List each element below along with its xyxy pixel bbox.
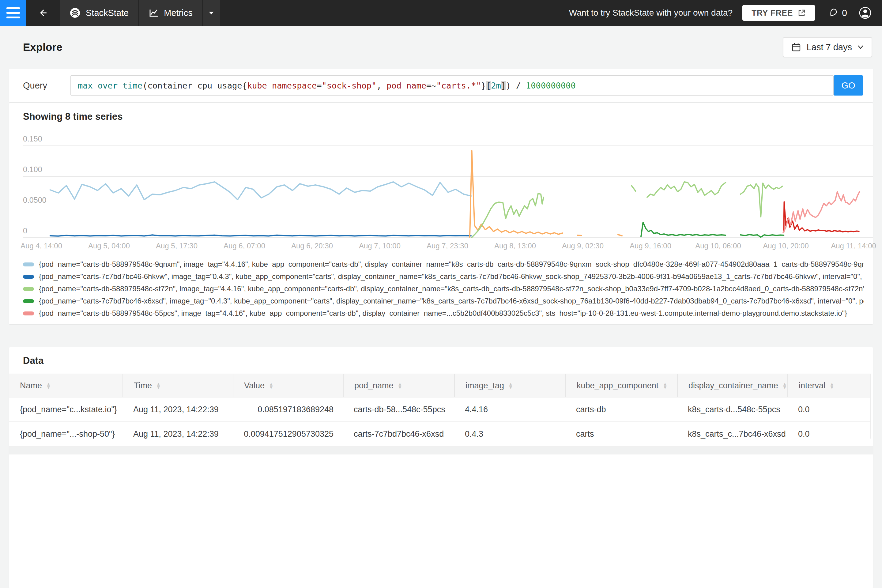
sort-icon: ▲▼ <box>398 382 402 389</box>
query-label: Query <box>23 81 70 91</box>
column-header-name[interactable]: Name▲▼ <box>9 374 123 397</box>
table-cell: {pod_name="...-shop-50"} <box>9 429 123 439</box>
sort-icon: ▲▼ <box>663 382 668 389</box>
tab-stackstate[interactable]: StackState <box>60 0 138 26</box>
legend-swatch <box>23 262 34 266</box>
tab-metrics[interactable]: Metrics <box>139 0 201 26</box>
query-token: [ <box>486 81 491 90</box>
legend-label: {pod_name="carts-7c7bd7bc46-x6xsd", imag… <box>39 297 864 305</box>
table-row[interactable]: {pod_name="c...kstate.io"}Aug 11, 2023, … <box>9 398 873 422</box>
series-line <box>472 194 544 237</box>
query-token: "carts.*" <box>436 81 481 90</box>
query-token: 1000000000 <box>526 81 576 90</box>
table-scrollbar-track[interactable] <box>9 447 873 454</box>
sort-icon: ▲▼ <box>156 382 161 389</box>
table-cell: k8s_carts-d...548c-55pcs <box>677 405 788 414</box>
sort-icon: ▲▼ <box>508 382 513 389</box>
legend-label: {pod_name="carts-7c7bd7bc46-6hkvw", imag… <box>39 272 864 281</box>
column-header-display-container-name[interactable]: display_container_name▲▼ <box>677 374 788 397</box>
query-panel: Query max_over_time(container_cpu_usage{… <box>9 69 873 102</box>
column-header-interval[interactable]: interval▲▼ <box>788 374 864 397</box>
table-cell: {pod_name="c...kstate.io"} <box>9 405 123 414</box>
series-line <box>577 235 581 236</box>
query-token: "sock-shop" <box>322 81 376 90</box>
series-line <box>50 235 471 236</box>
legend-swatch <box>23 275 34 279</box>
column-header-label: Time <box>134 381 152 390</box>
query-token: =~ <box>426 81 436 90</box>
go-button[interactable]: GO <box>834 75 863 96</box>
chevron-down-icon <box>858 45 864 49</box>
column-header-label: display_container_name <box>688 381 778 390</box>
page-title: Explore <box>23 41 62 53</box>
table-body: {pod_name="c...kstate.io"}Aug 11, 2023, … <box>9 398 873 447</box>
chart-panel: Showing 8 time series 0.1500.1000.05000A… <box>9 103 873 324</box>
data-section-title: Data <box>23 355 873 366</box>
table-cell: carts-db <box>566 405 677 414</box>
legend-label: {pod_name="carts-db-588979548c-55pcs", i… <box>39 309 847 318</box>
table-cell: k8s_carts_c...7bc46-x6xsd <box>677 429 788 439</box>
table-cell: Aug 11, 2023, 14:22:39 <box>123 405 233 414</box>
tab-stackstate-label: StackState <box>86 8 129 18</box>
series-line <box>632 186 636 191</box>
time-series-chart: 0.1500.1000.05000Aug 4, 14:00Aug 5, 04:0… <box>12 128 873 251</box>
pinned-items-button[interactable]: 0 <box>828 8 847 18</box>
series-line <box>741 183 783 217</box>
query-token: 2m <box>491 81 501 90</box>
x-tick-label: Aug 11, 14:00 <box>831 242 876 250</box>
query-input[interactable]: max_over_time(container_cpu_usage{kube_n… <box>70 75 834 96</box>
y-tick-label: 0 <box>23 226 27 235</box>
column-header-pod-name[interactable]: pod_name▲▼ <box>343 374 454 397</box>
query-token: } <box>481 81 486 90</box>
query-token: ( <box>142 81 147 90</box>
hamburger-menu-button[interactable] <box>0 0 26 26</box>
column-header-time[interactable]: Time▲▼ <box>123 374 233 397</box>
back-arrow-icon <box>37 7 49 19</box>
sort-icon: ▲▼ <box>46 382 51 389</box>
legend-item[interactable]: {pod_name="carts-db-588979548c-9qnxm", i… <box>23 258 864 270</box>
calendar-icon <box>791 42 801 52</box>
try-free-button[interactable]: TRY FREE <box>742 5 815 21</box>
legend-item[interactable]: {pod_name="carts-db-588979548c-st72n", i… <box>23 283 864 295</box>
x-tick-label: Aug 6, 07:00 <box>224 242 265 250</box>
sort-icon: ▲▼ <box>783 382 787 389</box>
chart-legend: {pod_name="carts-db-588979548c-9qnxm", i… <box>23 258 864 320</box>
chart-title: Showing 8 time series <box>23 111 873 122</box>
legend-item[interactable]: {pod_name="carts-7c7bd7bc46-x6xsd", imag… <box>23 295 864 307</box>
query-token: pod_name <box>387 81 426 90</box>
table-cell: carts-db-58...548c-55pcs <box>343 405 454 414</box>
column-header-label: Value <box>244 381 265 390</box>
query-token: kube_namespace <box>247 81 317 90</box>
time-range-selector[interactable]: Last 7 days <box>783 37 872 57</box>
column-header-value[interactable]: Value▲▼ <box>233 374 343 397</box>
legend-item[interactable]: {pod_name="carts-db-588979548c-55pcs", i… <box>23 307 864 320</box>
tab-dropdown-caret[interactable] <box>203 0 220 26</box>
data-table: Name▲▼Time▲▼Value▲▼pod_name▲▼image_tag▲▼… <box>9 374 873 447</box>
y-tick-label: 0.150 <box>23 135 42 143</box>
user-avatar-icon <box>859 6 872 19</box>
table-row[interactable]: {pod_name="...-shop-50"}Aug 11, 2023, 14… <box>9 422 873 447</box>
table-cell: carts <box>566 429 677 439</box>
y-tick-label: 0.100 <box>23 165 42 174</box>
column-header-label: Name <box>20 381 42 390</box>
time-range-label: Last 7 days <box>807 42 852 52</box>
data-panel: Data Name▲▼Time▲▼Value▲▼pod_name▲▼image_… <box>9 347 873 588</box>
legend-swatch <box>23 312 34 315</box>
explore-header: Explore Last 7 days <box>0 26 882 69</box>
column-header-kube-app-component[interactable]: kube_app_component▲▼ <box>566 374 677 397</box>
legend-swatch <box>23 287 34 291</box>
column-header-image-tag[interactable]: image_tag▲▼ <box>454 374 566 397</box>
column-header-label: image_tag <box>465 381 504 390</box>
legend-item[interactable]: {pod_name="carts-7c7bd7bc46-6hkvw", imag… <box>23 270 864 283</box>
legend-swatch <box>23 299 34 303</box>
x-tick-label: Aug 6, 20:30 <box>291 242 333 250</box>
avatar-button[interactable] <box>859 6 872 19</box>
table-header-row: Name▲▼Time▲▼Value▲▼pod_name▲▼image_tag▲▼… <box>9 374 873 398</box>
back-button[interactable] <box>26 0 60 26</box>
query-token: , <box>376 81 387 90</box>
query-token: max_over_time <box>78 81 142 90</box>
query-token: ] <box>501 81 506 90</box>
pin-count: 0 <box>842 8 847 18</box>
sort-icon: ▲▼ <box>269 382 273 389</box>
chevron-down-icon <box>209 12 214 14</box>
